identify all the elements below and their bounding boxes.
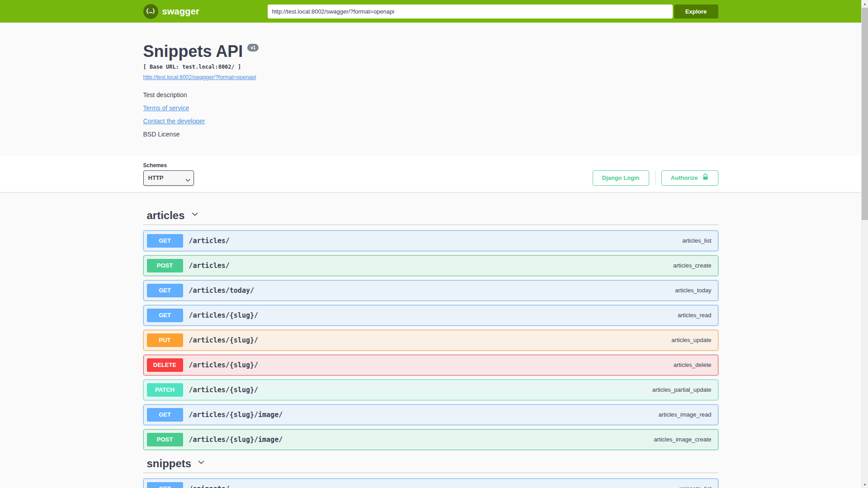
chevron-down-icon[interactable] [197,458,206,469]
terms-of-service-link[interactable]: Terms of service [143,104,189,112]
operation-path: /articles/{slug}/ [189,311,259,319]
scrollbar[interactable]: ▲ ▼ [861,0,868,488]
spec-url-form: Explore [268,5,718,19]
operation-id: articles_delete [674,361,712,368]
operation-path: /articles/ [189,262,230,270]
operation-path: /articles/{slug}/ [189,336,259,344]
tag-section: articles GET /articles/ articles_list PO… [143,206,718,450]
method-badge: GET [147,284,183,297]
operation-id: articles_partial_update [652,386,712,393]
method-badge: PUT [147,333,183,347]
spec-link[interactable]: http://test.local:8002/swagger/?format=o… [143,74,256,80]
base-url: [ Base URL: test.local:8002/ ] [143,64,718,70]
explore-button[interactable]: Explore [674,5,718,19]
auth-divider [655,171,656,185]
swagger-page: {…} swagger Explore Snippets API v1 [ Ba… [0,0,861,488]
operation-path: /snippets/ [189,485,230,488]
operation-id: articles_list [682,237,711,244]
operation-id: articles_image_read [658,411,711,418]
lock-icon [702,174,709,182]
operation-id: articles_read [678,312,711,319]
auth-wrapper: Django Login Authorize [593,170,718,186]
operations-area: articles GET /articles/ articles_list PO… [0,192,861,488]
operation-id: articles_create [673,262,712,269]
brand-title: swagger [162,6,200,17]
operation-id: articles_today [675,287,711,294]
authorize-label: Authorize [671,174,698,181]
scroll-down-arrow[interactable]: ▼ [862,481,868,488]
scroll-up-arrow[interactable]: ▲ [862,0,868,7]
method-badge: GET [147,234,183,248]
operation-path: /articles/{slug}/image/ [189,411,283,419]
scrollbar-thumb[interactable] [862,8,868,220]
operation-path: /articles/{slug}/image/ [189,436,283,444]
swagger-logo-icon: {…} [143,4,158,19]
operation-path: /articles/{slug}/ [189,386,259,394]
operation-row[interactable]: POST /articles/{slug}/image/ articles_im… [143,429,718,450]
tag-operations: GET /snippets/ snippets_list [143,479,718,488]
operation-row[interactable]: GET /snippets/ snippets_list [143,479,718,488]
tag-section: snippets GET /snippets/ snippets_list [143,455,718,488]
tag-title: articles [147,209,185,222]
operation-row[interactable]: GET /articles/{slug}/image/ articles_ima… [143,404,718,425]
api-description: Test description [143,91,718,99]
scheme-select[interactable]: HTTP [143,170,194,186]
schemes-label: Schemes [143,162,194,169]
tag-title: snippets [147,457,192,470]
operation-id: snippets_list [679,485,712,488]
operation-row[interactable]: GET /articles/today/ articles_today [143,280,718,301]
tag-operations: GET /articles/ articles_list POST /artic… [143,230,718,450]
method-badge: GET [147,482,183,488]
operation-path: /articles/ [189,237,230,245]
swagger-brand: {…} swagger [143,4,200,19]
operation-id: articles_update [671,337,711,343]
tag-header[interactable]: articles [143,206,718,225]
method-badge: GET [147,309,183,322]
spec-url-input[interactable] [268,5,673,19]
version-badge: v1 [247,44,259,52]
operation-row[interactable]: GET /articles/ articles_list [143,230,718,251]
method-badge: GET [147,408,183,422]
method-badge: DELETE [147,358,183,372]
schemes-group: Schemes HTTP [143,162,194,186]
operation-row[interactable]: POST /articles/ articles_create [143,255,718,276]
scheme-container: Schemes HTTP Django Login Authorize [0,156,861,192]
license-text: BSD License [143,131,718,138]
tag-header[interactable]: snippets [143,455,718,473]
method-badge: POST [147,433,183,446]
api-info-section: Snippets API v1 [ Base URL: test.local:8… [0,23,861,156]
operation-row[interactable]: DELETE /articles/{slug}/ articles_delete [143,355,718,375]
django-login-label: Django Login [602,174,640,181]
page-title: Snippets API [143,42,243,61]
operation-row[interactable]: PATCH /articles/{slug}/ articles_partial… [143,380,718,400]
django-login-button[interactable]: Django Login [593,170,649,186]
chevron-down-icon[interactable] [190,210,199,221]
topbar: {…} swagger Explore [0,0,861,23]
operation-row[interactable]: GET /articles/{slug}/ articles_read [143,305,718,326]
authorize-button[interactable]: Authorize [661,170,718,186]
operation-row[interactable]: PUT /articles/{slug}/ articles_update [143,330,718,351]
operation-id: articles_image_create [654,436,711,443]
method-badge: PATCH [147,383,183,397]
operations-list: articles GET /articles/ articles_list PO… [143,206,718,488]
operation-path: /articles/{slug}/ [189,361,259,369]
contact-developer-link[interactable]: Contact the developer [143,117,205,125]
operation-path: /articles/today/ [189,286,255,295]
method-badge: POST [147,259,183,272]
